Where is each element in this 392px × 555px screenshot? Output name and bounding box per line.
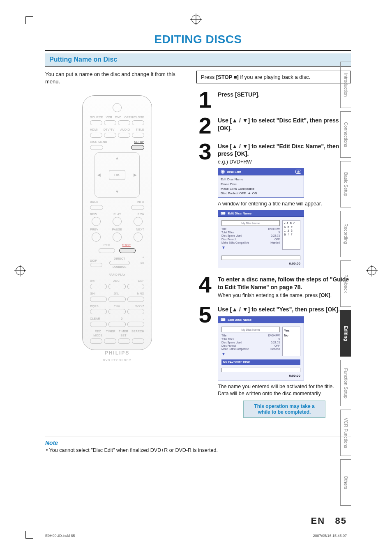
ch-plus-icon: + (134, 256, 144, 260)
intro-text: You can put a name on the disc and chang… (45, 71, 189, 85)
remote-label: RAPID PLAY (88, 273, 147, 276)
progress-bar (221, 256, 300, 260)
remote-label: SKIP (90, 259, 106, 263)
tab-others[interactable]: Others (340, 459, 351, 506)
arrow-right-icon: ▶ (134, 172, 137, 178)
two-column-body: You can put a name on the disc and chang… (45, 71, 351, 425)
timecode: 0:00:00 (218, 374, 304, 380)
osd-title: Disc Edit (227, 170, 241, 174)
arrow-up-icon: ▲ (115, 155, 119, 161)
step-narration: Data will be written onto the disc momen… (218, 391, 351, 396)
step-heading: Use [▲ / ▼] to select "Yes", then press … (218, 306, 351, 313)
disc-icon (221, 170, 225, 174)
crop-mark (25, 16, 33, 24)
remote-label: CH (134, 261, 144, 265)
page-number: EN 85 (311, 516, 347, 526)
entered-name-strip: MY FAVORITE DISC (221, 359, 300, 365)
tab-recording[interactable]: Recording (340, 211, 351, 257)
step-number: 4 (196, 276, 214, 294)
remote-label: DUBBING (107, 265, 132, 269)
setup-button-highlight (131, 145, 144, 150)
step-narration: A window for entering a title name will … (218, 201, 351, 207)
stop-label: [STOP ■] (216, 74, 239, 80)
step-number: 2 (196, 117, 214, 135)
note-section: Note • You cannot select "Disc Edit" whe… (45, 437, 351, 453)
remote-label: HDMI (90, 128, 98, 132)
step-heading: Press [SETUP]. (218, 91, 351, 99)
brand-subtitle: DVD RECORDER (88, 358, 147, 362)
step-heading: To enter a disc name, follow the steps o… (218, 276, 351, 291)
step-heading: Use [▲ / ▼] to select "Disc Edit", then … (218, 117, 351, 132)
osd-text: Disc Protect OFF (221, 191, 246, 195)
remote-label: @/: (90, 279, 95, 283)
disc-badge-icon: ◎ (295, 170, 301, 174)
kb-mode: 1 2 3 (284, 229, 299, 233)
page-num: 85 (335, 516, 347, 526)
arrow-right-icon: ➔ (248, 191, 251, 196)
kb-mode: a b c (284, 226, 299, 229)
page-container: EDITING DISCS Putting Name on Disc You c… (45, 33, 351, 530)
osd-item: Edit Disc Name (221, 177, 301, 182)
text: if you are playing back a disc. (239, 74, 310, 80)
step-1: 1 Press [SETUP]. (196, 91, 351, 109)
tab-vcr-functions[interactable]: VCR Functions (340, 410, 351, 456)
triangle-down-icon: ▼ (221, 245, 280, 250)
text: This operation may take a (248, 403, 321, 409)
remote-label: PLAY (113, 212, 121, 216)
timecode: 0:00:00 (218, 262, 304, 268)
osd-text: ON (252, 191, 257, 195)
remote-label: TITLE (136, 128, 144, 132)
remote-label-setup: SETUP (134, 140, 144, 144)
tab-function-setup[interactable]: Function Setup (340, 360, 351, 406)
text: Press (201, 74, 216, 80)
text: while to be completed. (248, 409, 321, 415)
arrow-left-icon: ◀ (97, 172, 101, 178)
operation-note: This operation may take a while to be co… (243, 401, 325, 418)
power-icon (113, 103, 122, 112)
footer-timestamp: 2007/05/16 15:45:07 (313, 534, 347, 538)
remote-label: AUDIO (120, 128, 130, 132)
page-title: EDITING DISCS (45, 33, 351, 46)
step-number: 5 (196, 306, 214, 324)
keyboard-icon: ⌨ (221, 318, 226, 322)
name-input-preview: My Disc Name (221, 327, 280, 332)
remote-label: DVD (115, 115, 122, 120)
triangle-down-icon: ▼ (221, 352, 280, 356)
registration-mark (191, 15, 201, 24)
footer-filename: E9H90UD.indd 85 (45, 534, 75, 538)
remote-label: GHI (90, 292, 95, 296)
osd-edit-disc-name: ⌨ Edit Disc Name My Disc Name TitleDVD+R… (218, 210, 304, 268)
note-body: • You cannot select "Disc Edit" when fin… (45, 447, 351, 453)
tab-playback[interactable]: Playback (340, 260, 351, 307)
step-narration: The name you entered will be activated f… (218, 384, 351, 389)
osd-info: TitleDVD+RW Total Titles5 Disc Space Use… (221, 334, 280, 351)
remote-label: TIMER SET (115, 329, 131, 338)
tab-basic-setup[interactable]: Basic Setup (340, 161, 351, 207)
remote-label: REW (90, 212, 97, 216)
kb-mode: A B C (284, 222, 299, 226)
tab-connections[interactable]: Connections (340, 111, 351, 158)
remote-label: TUV (114, 304, 120, 309)
name-input-preview: My Disc Name (221, 220, 280, 226)
osd-title: Edit Disc Name (228, 318, 251, 322)
right-column: Press [STOP ■] if you are playing back a… (196, 71, 351, 425)
remote-label: OPEN/CLOSE (124, 115, 144, 120)
keyboard-mode-list: A B C a b c 1 2 3 @ ! ? (282, 220, 300, 250)
section-heading: Putting Name on Disc (45, 53, 351, 67)
step-number: 3 (196, 143, 214, 161)
step-5: 5 Use [▲ / ▼] to select "Yes", then pres… (196, 306, 351, 418)
brand-logo: PHILIPS (88, 350, 147, 357)
remote-label-stop: STOP (122, 243, 131, 247)
step-subtext: e.g.) DVD+RW (218, 159, 351, 165)
remote-label: WXYZ (136, 304, 144, 309)
step-number: 1 (196, 91, 214, 109)
note-heading: Note (45, 440, 351, 446)
remote-label-row: SOURCE VCR DVD OPEN/CLOSE (90, 115, 144, 120)
arrow-down-icon: ▼ (115, 189, 119, 195)
step-3: 3 Use [▲ / ▼] to select "Edit Disc Name"… (196, 143, 351, 268)
registration-mark (16, 266, 25, 275)
tab-introduction[interactable]: Introduction (340, 62, 351, 108)
remote-label: TIMER (106, 329, 115, 338)
tab-editing[interactable]: Editing (340, 310, 351, 357)
ok-button: OK (109, 170, 125, 180)
